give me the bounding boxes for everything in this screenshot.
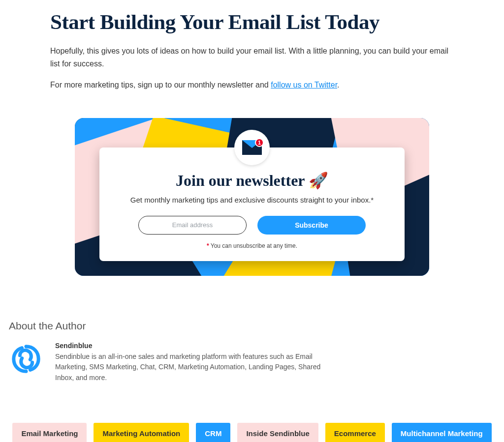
para2-pre: For more marketing tips, sign up to our … (50, 81, 271, 89)
tag-email-marketing[interactable]: Email Marketing (12, 423, 87, 442)
newsletter-title: Join our newsletter 🚀 (114, 171, 390, 190)
sendinblue-logo-icon (9, 342, 43, 376)
author-heading: About the Author (9, 320, 495, 332)
subscribe-button[interactable]: Subscribe (257, 216, 366, 235)
page-title: Start Building Your Email List Today (50, 10, 454, 34)
newsletter-form: Subscribe (114, 216, 390, 235)
mail-badge: 1 (234, 130, 270, 165)
author-name: Sendinblue (55, 342, 321, 350)
author-section: About the Author Sendinblue Sendinblue i… (9, 320, 495, 383)
newsletter-hero: 1 Join our newsletter 🚀 Get monthly mark… (75, 118, 429, 276)
para2-post: . (337, 81, 339, 89)
newsletter-subtitle: Get monthly marketing tips and exclusive… (114, 196, 390, 204)
fineprint-text: You can unsubscribe at any time. (209, 242, 297, 249)
tag-multichannel-marketing[interactable]: Multichannel Marketing (392, 423, 492, 442)
newsletter-fineprint: * You can unsubscribe at any time. (114, 242, 390, 249)
tag-inside-sendinblue[interactable]: Inside Sendinblue (237, 423, 318, 442)
intro-paragraph-1: Hopefully, this gives you lots of ideas … (50, 45, 454, 70)
email-field[interactable] (138, 216, 247, 235)
tag-marketing-automation[interactable]: Marketing Automation (94, 423, 189, 442)
envelope-icon: 1 (242, 140, 262, 155)
intro-paragraph-2: For more marketing tips, sign up to our … (50, 79, 454, 91)
tag-ecommerce[interactable]: Ecommerce (325, 423, 385, 442)
tag-row: Email MarketingMarketing AutomationCRMIn… (9, 423, 495, 442)
notification-badge: 1 (255, 138, 264, 147)
author-bio: Sendinblue is an all-in-one sales and ma… (55, 352, 321, 383)
twitter-link[interactable]: follow us on Twitter (271, 81, 337, 89)
tag-crm[interactable]: CRM (196, 423, 230, 442)
newsletter-card: 1 Join our newsletter 🚀 Get monthly mark… (99, 147, 405, 261)
